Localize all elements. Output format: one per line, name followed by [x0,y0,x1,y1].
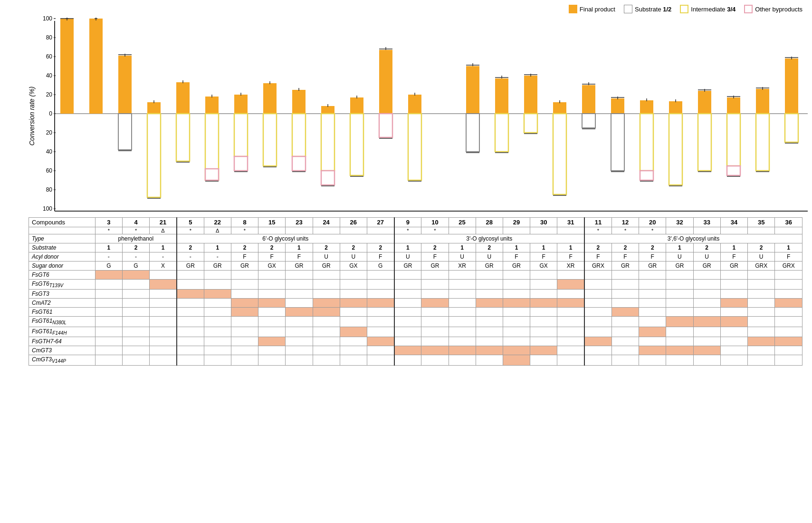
compound-29: 29 [503,218,530,227]
marker-5: * [177,227,204,234]
bar-24-int [292,114,306,156]
sugar-34: GR [720,262,747,271]
legend-final-product-label: Final product [580,6,615,13]
bar-9-above [379,50,392,114]
substrate-26: 2 [340,243,367,252]
substrate-9: 1 [394,243,421,252]
compound-22: 22 [204,218,231,227]
marker-25 [449,227,476,234]
y-tick-100: 100 [43,16,52,22]
bar-15-above [234,95,248,114]
marker-9: * [394,227,421,234]
marker-30 [530,227,557,234]
bar-15-pink [234,156,248,171]
marker-20: * [639,227,666,234]
substrate-25: 1 [449,243,476,252]
sugar-35: GRX [748,262,775,271]
enzyme-fsgth7-64-label: FsGTH7-64 [29,337,96,346]
bar-34-int [727,114,740,166]
bar-5-above [147,102,161,114]
sugar-24: GR [313,262,340,271]
compound-21: 21 [150,218,177,227]
legend-final-product: Final product [569,5,615,13]
fsgt6-29 [503,271,530,280]
fsgt6-5 [177,271,204,280]
compound-24: 24 [313,218,340,227]
sugar-22: GR [204,262,231,271]
acyl-3: - [95,252,122,262]
compound-36: 36 [775,218,802,227]
legend-intermediate: Intermediate 3/4 [680,5,736,13]
bar-21-above [118,56,132,114]
bar-24-pink [292,156,306,171]
compound-3: 3 [95,218,122,227]
substrate-33: 2 [693,243,720,252]
fsgt6-33 [693,271,720,280]
fsgt6-36 [775,271,802,280]
fsgt6-27 [367,271,394,280]
bar-29-above [495,78,508,114]
enzyme-fsgt61f144h-label: FsGT61F144H [29,327,96,337]
substrate-15: 2 [258,243,286,252]
marker-11: * [584,227,611,234]
substrate-label: Substrate [29,243,96,252]
marker-12: * [611,227,639,234]
main-container: Final product Substrate 1/2 Intermediate… [0,0,812,370]
sugar-26: GX [340,262,367,271]
sugar-donor-label: Sugar donor [29,262,96,271]
chart-wrapper: Conversion rate (%) 100 80 60 40 20 0 [29,16,807,217]
substrate-4: 2 [122,243,149,252]
substrate-30: 1 [530,243,557,252]
fsgt6-23 [286,271,313,280]
fsgt6-4 [122,271,149,280]
legend-white-box [624,5,632,13]
acyl-32: U [666,252,693,262]
bar-26-int [321,114,334,171]
sugar-25: XR [449,262,476,271]
substrate-29: 1 [503,243,530,252]
type-3o-glycosyl: 3'-O glycosyl units [394,234,584,243]
marker-21: Δ [150,227,177,234]
enzyme-fsgt6-label: FsGT6 [29,271,96,280]
marker-3: * [95,227,122,234]
compound-12: 12 [611,218,639,227]
acyl-12: F [611,252,639,262]
y-tick-20: 20 [46,91,53,98]
marker-29 [503,227,530,234]
compound-4: 4 [122,218,149,227]
marker-4: * [122,227,149,234]
bar-33-above [698,91,711,114]
compound-32: 32 [666,218,693,227]
substrate-8: 2 [231,243,258,252]
bar-20-int [640,114,653,171]
legend-area: Final product Substrate 1/2 Intermediate… [29,5,802,13]
fsgt6-9 [394,271,421,280]
bar-24-above [292,90,306,114]
compound-23: 23 [286,218,313,227]
fsgt6-26 [340,271,367,280]
legend-yellow-box [680,5,688,13]
enzyme-row-cmgt3v144p: CmGT3V144P [29,355,802,365]
bar-35-int [756,114,769,171]
legend-intermediate-label: Intermediate 3/4 [691,6,736,13]
acyl-11: F [584,252,611,262]
substrate-27: 2 [367,243,394,252]
enzyme-fsgt61n380l-label: FsGT61N380L [29,317,96,327]
acyl-donor-row: Acyl donor - - - - - F F F U U F U F U U… [29,252,802,262]
acyl-31: F [557,252,584,262]
compound-26: 26 [340,218,367,227]
fsgt6-10 [421,271,449,280]
fsgt6-24 [313,271,340,280]
acyl-28: U [476,252,503,262]
marker-27 [367,227,394,234]
y-tick-60: 60 [46,53,53,60]
fsgt6-20 [639,271,666,280]
sugar-11: GRX [584,262,611,271]
fsgt6-25 [449,271,476,280]
marker-35 [748,227,775,234]
sugar-20: GR [639,262,666,271]
compounds-table: Compounds 3 4 21 5 22 8 15 23 24 26 27 9… [29,217,802,366]
substrate-10: 2 [421,243,449,252]
legend-byproducts-label: Other byproducts [755,6,802,13]
marker-36 [775,227,802,234]
